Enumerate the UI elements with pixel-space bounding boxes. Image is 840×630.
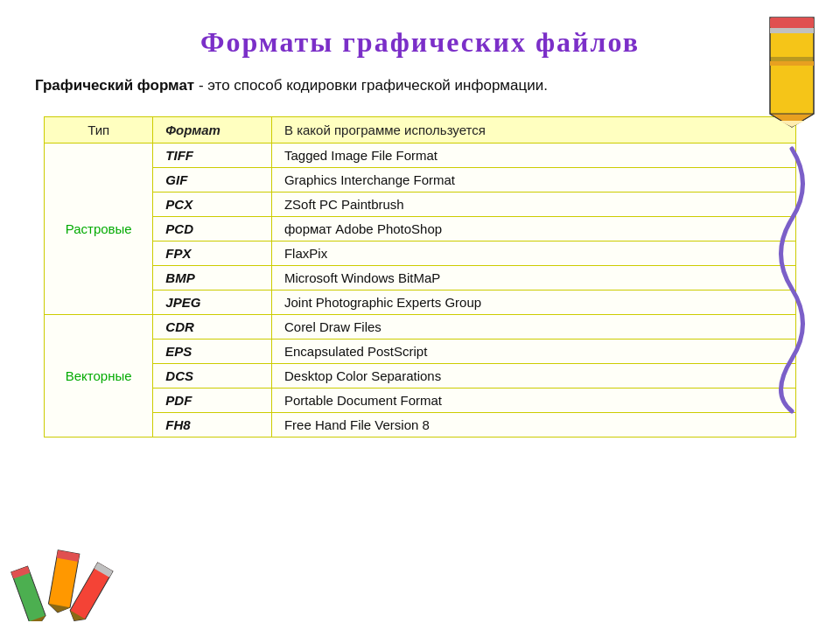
cell-desc: Microsoft Windows BitMaP: [271, 265, 795, 290]
table-row: PDFPortable Document Format: [45, 388, 796, 412]
svg-marker-2: [779, 121, 805, 127]
cell-desc: Free Hand File Version 8: [271, 412, 795, 437]
table-row: PCXZSoft PC Paintbrush: [45, 192, 796, 216]
table-row: ВекторныеCDRCorel Draw Files: [45, 314, 796, 339]
cell-format: PCX: [153, 192, 272, 216]
cell-desc: Desktop Color Separations: [271, 363, 795, 388]
svg-marker-0: [770, 18, 814, 127]
page: Форматы графических файлов Графический ф…: [0, 0, 840, 630]
cell-format: JPEG: [153, 290, 272, 314]
subtitle: Графический формат - это способ кодировк…: [35, 74, 648, 97]
cell-format: TIFF: [153, 143, 272, 167]
table-row: GIFGraphics Interchange Format: [45, 167, 796, 192]
table-row: FPXFlaxPix: [45, 241, 796, 265]
cell-format: DCS: [153, 363, 272, 388]
cell-desc: Tagged Image File Format: [271, 143, 795, 167]
cell-format: EPS: [153, 339, 272, 363]
table-body: РастровыеTIFFTagged Image File FormatGIF…: [45, 143, 796, 437]
table-row: JPEGJoint Photographic Experts Group: [45, 290, 796, 314]
cell-desc: Graphics Interchange Format: [271, 167, 795, 192]
header-format: Формат: [153, 116, 272, 143]
squiggle-decoration-right: [770, 140, 814, 420]
header-type: Тип: [45, 116, 153, 143]
cell-desc: Corel Draw Files: [271, 314, 795, 339]
svg-rect-4: [770, 28, 814, 33]
cell-format: BMP: [153, 265, 272, 290]
cell-desc: формат Adobe PhotoShop: [271, 216, 795, 241]
page-title: Форматы графических файлов: [35, 26, 805, 59]
svg-rect-5: [770, 61, 814, 66]
cell-format: FH8: [153, 412, 272, 437]
cell-format: CDR: [153, 314, 272, 339]
table-row: BMPMicrosoft Windows BitMaP: [45, 265, 796, 290]
svg-rect-6: [770, 57, 814, 61]
pencil-decoration-bottom-left: [9, 542, 114, 621]
cell-desc: Encapsulated PostScript: [271, 339, 795, 363]
subtitle-rest: - это способ кодировки графической инфор…: [199, 77, 548, 94]
cell-desc: Portable Document Format: [271, 388, 795, 412]
svg-rect-3: [770, 18, 814, 28]
formats-table: Тип Формат В какой программе используетс…: [44, 116, 796, 438]
table-row: EPSEncapsulated PostScript: [45, 339, 796, 363]
cell-format: PCD: [153, 216, 272, 241]
cell-format: PDF: [153, 388, 272, 412]
cell-format: GIF: [153, 167, 272, 192]
table-row: DCSDesktop Color Separations: [45, 363, 796, 388]
cell-desc: Joint Photographic Experts Group: [271, 290, 795, 314]
subtitle-bold: Графический формат: [35, 77, 194, 94]
table-row: PCDформат Adobe PhotoShop: [45, 216, 796, 241]
header-desc: В какой программе используется: [271, 116, 795, 143]
table-row: РастровыеTIFFTagged Image File Format: [45, 143, 796, 167]
cell-desc: ZSoft PC Paintbrush: [271, 192, 795, 216]
cell-desc: FlaxPix: [271, 241, 795, 265]
table-header-row: Тип Формат В какой программе используетс…: [45, 116, 796, 143]
cell-type: Векторные: [45, 314, 153, 437]
pencil-decoration-top-right: [752, 9, 831, 131]
table-row: FH8Free Hand File Version 8: [45, 412, 796, 437]
cell-type: Растровые: [45, 143, 153, 314]
cell-format: FPX: [153, 241, 272, 265]
